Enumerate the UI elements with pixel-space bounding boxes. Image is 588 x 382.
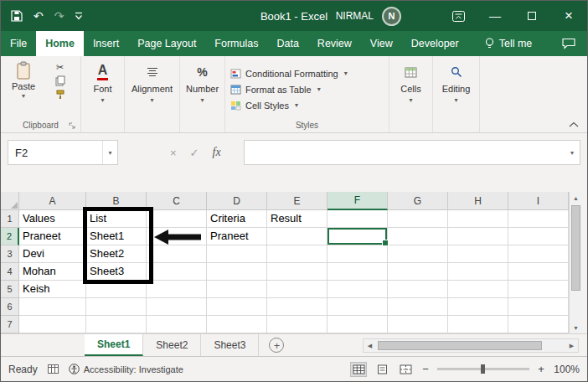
cell-G5[interactable] bbox=[388, 281, 448, 298]
cell-H6[interactable] bbox=[448, 298, 508, 316]
cell-F1[interactable] bbox=[328, 210, 388, 228]
ribbon-display-options-icon[interactable] bbox=[440, 1, 477, 31]
tab-view[interactable]: View bbox=[361, 31, 402, 56]
cell-F6[interactable] bbox=[328, 298, 388, 316]
scroll-down-icon[interactable]: ▼ bbox=[570, 322, 582, 333]
cell-G1[interactable] bbox=[388, 210, 448, 228]
cell-I7[interactable] bbox=[508, 316, 569, 333]
zoom-slider[interactable] bbox=[437, 368, 529, 370]
sheet-tab-sheet1[interactable]: Sheet1 bbox=[85, 334, 143, 356]
cell-B3[interactable]: Sheet2 bbox=[86, 245, 147, 263]
number-group-button[interactable]: % Number ▾ bbox=[180, 56, 225, 132]
zoom-in-icon[interactable]: + bbox=[536, 363, 546, 375]
tab-formulas[interactable]: Formulas bbox=[205, 31, 267, 56]
avatar[interactable]: N bbox=[382, 7, 401, 26]
cell-A7[interactable] bbox=[19, 316, 86, 333]
page-break-view-icon[interactable] bbox=[397, 362, 414, 377]
cell-C7[interactable] bbox=[147, 316, 207, 333]
cell-I1[interactable] bbox=[508, 210, 569, 228]
cell-B1[interactable]: List bbox=[86, 210, 147, 228]
cell-A3[interactable]: Devi bbox=[19, 245, 86, 263]
cell-D5[interactable] bbox=[207, 281, 267, 298]
cell-H1[interactable] bbox=[448, 210, 508, 228]
cell-C1[interactable] bbox=[147, 210, 207, 228]
name-box[interactable]: F2 ▾ bbox=[8, 140, 118, 165]
cell-F2[interactable] bbox=[328, 228, 388, 245]
save-icon[interactable] bbox=[11, 10, 23, 22]
horizontal-scroll-thumb[interactable] bbox=[378, 341, 542, 350]
scroll-left-icon[interactable]: ◀ bbox=[364, 339, 376, 352]
format-painter-icon[interactable] bbox=[55, 90, 65, 100]
zoom-level[interactable]: 100% bbox=[553, 364, 580, 375]
cell-A4[interactable]: Mohan bbox=[19, 263, 86, 281]
cell-G2[interactable] bbox=[388, 228, 448, 245]
column-header-D[interactable]: D bbox=[207, 192, 267, 210]
cell-I2[interactable] bbox=[508, 228, 569, 245]
cell-H7[interactable] bbox=[448, 316, 508, 333]
column-header-C[interactable]: C bbox=[147, 192, 207, 210]
cells-group-button[interactable]: Cells ▾ bbox=[389, 56, 433, 132]
tab-file[interactable]: File bbox=[1, 31, 36, 56]
cell-A6[interactable] bbox=[19, 298, 86, 316]
cell-D6[interactable] bbox=[207, 298, 267, 316]
macro-record-icon[interactable] bbox=[48, 364, 59, 374]
column-header-B[interactable]: B bbox=[86, 192, 147, 210]
conditional-formatting-button[interactable]: Conditional Formatting ▾ bbox=[230, 66, 384, 81]
row-header-3[interactable]: 3 bbox=[1, 245, 19, 263]
cell-styles-button[interactable]: Cell Styles ▾ bbox=[230, 98, 384, 113]
scroll-right-icon[interactable]: ▶ bbox=[565, 339, 578, 352]
collapse-ribbon-icon[interactable] bbox=[569, 121, 579, 127]
account-name[interactable]: NIRMAL bbox=[336, 10, 374, 22]
cell-I4[interactable] bbox=[508, 263, 569, 281]
column-header-G[interactable]: G bbox=[388, 192, 448, 210]
cell-F4[interactable] bbox=[328, 263, 388, 281]
cell-C3[interactable] bbox=[147, 245, 207, 263]
undo-icon[interactable]: ↶ bbox=[34, 10, 44, 22]
select-all-corner[interactable] bbox=[1, 192, 19, 210]
cut-icon[interactable]: ✂ bbox=[56, 63, 64, 72]
cell-E4[interactable] bbox=[267, 263, 328, 281]
close-button[interactable]: × bbox=[550, 1, 587, 31]
cell-C6[interactable] bbox=[147, 298, 207, 316]
cell-E7[interactable] bbox=[267, 316, 328, 333]
cell-C5[interactable] bbox=[147, 281, 207, 298]
tab-review[interactable]: Review bbox=[308, 31, 361, 56]
cell-F5[interactable] bbox=[328, 281, 388, 298]
zoom-out-icon[interactable]: − bbox=[420, 363, 431, 375]
column-header-A[interactable]: A bbox=[19, 192, 86, 210]
cell-C2[interactable] bbox=[147, 228, 207, 245]
cell-G6[interactable] bbox=[388, 298, 448, 316]
normal-view-icon[interactable] bbox=[350, 362, 367, 377]
paste-button[interactable]: Paste ▾ bbox=[4, 59, 43, 119]
cell-A1[interactable]: Values bbox=[19, 210, 86, 228]
cell-H5[interactable] bbox=[448, 281, 508, 298]
cancel-icon[interactable]: × bbox=[170, 147, 177, 159]
redo-icon[interactable]: ↷ bbox=[54, 10, 64, 22]
cell-E3[interactable] bbox=[267, 245, 328, 263]
format-as-table-button[interactable]: Format as Table ▾ bbox=[230, 82, 384, 97]
row-header-5[interactable]: 5 bbox=[1, 281, 19, 298]
cell-B5[interactable] bbox=[86, 281, 147, 298]
cell-I6[interactable] bbox=[508, 298, 569, 316]
cell-D4[interactable] bbox=[207, 263, 267, 281]
row-header-2[interactable]: 2 bbox=[1, 228, 19, 245]
column-header-I[interactable]: I bbox=[508, 192, 569, 210]
tab-insert[interactable]: Insert bbox=[84, 31, 128, 56]
sheet-tab-sheet3[interactable]: Sheet3 bbox=[201, 334, 259, 356]
cell-F3[interactable] bbox=[328, 245, 388, 263]
cell-G4[interactable] bbox=[388, 263, 448, 281]
cell-E2[interactable] bbox=[267, 228, 328, 245]
row-header-7[interactable]: 7 bbox=[1, 316, 19, 333]
tab-home[interactable]: Home bbox=[36, 31, 84, 56]
cell-A2[interactable]: Praneet bbox=[19, 228, 86, 245]
row-header-1[interactable]: 1 bbox=[1, 210, 19, 228]
accessibility-status-button[interactable]: Accessibility: Investigate bbox=[69, 364, 183, 374]
cell-H2[interactable] bbox=[448, 228, 508, 245]
font-group-button[interactable]: A Font ▾ bbox=[81, 56, 125, 132]
cell-E5[interactable] bbox=[267, 281, 328, 298]
insert-function-icon[interactable]: fx bbox=[213, 146, 221, 159]
column-header-F[interactable]: F bbox=[328, 192, 388, 210]
cell-F7[interactable] bbox=[328, 316, 388, 333]
minimize-button[interactable]: — bbox=[477, 1, 513, 31]
cell-I3[interactable] bbox=[508, 245, 569, 263]
